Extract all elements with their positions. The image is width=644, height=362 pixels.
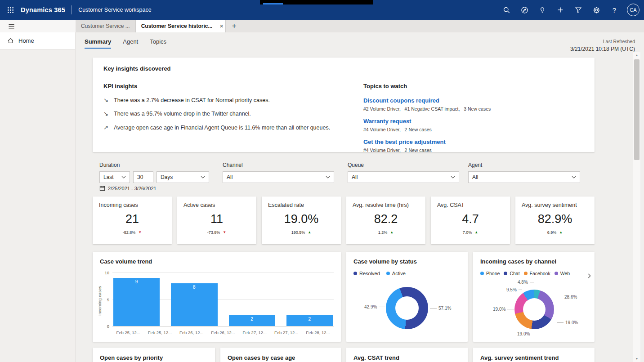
trend-down-icon: ▼ (138, 231, 142, 234)
donut-callout: 4.8% (518, 280, 534, 285)
duration-label: Duration (99, 162, 209, 168)
legend-item-web[interactable]: Web (555, 271, 570, 276)
dropdown-value: Days (161, 174, 173, 180)
trend-up-icon: ▲ (390, 231, 394, 234)
legend-item-resolved[interactable]: Resolved (353, 271, 380, 276)
sidebar-item-label: Home (18, 37, 34, 44)
date-range-text: 2/25/2021 - 3/26/2021 (108, 186, 157, 191)
bar[interactable]: 2 (229, 315, 275, 326)
kpi-card-avg-resolve-time: Avg. resolve time (hrs) 82.2 1.2%▲ (346, 197, 425, 244)
topic-link[interactable]: Discount coupons required (363, 97, 491, 104)
donut-callout: 19.0% (517, 331, 530, 336)
bar[interactable]: 2 (286, 315, 333, 326)
y-axis-title: Incoming cases (97, 286, 102, 316)
kpi-delta-value: 190.5% (291, 230, 305, 235)
channel-dropdown[interactable]: All (223, 171, 334, 183)
incoming-cases-by-channel-chart: Incoming cases by channel Phone Chat Fac… (473, 252, 595, 342)
close-icon[interactable]: × (219, 23, 223, 29)
kpi-delta: -73.8%▼ (177, 230, 256, 235)
kpi-card-avg-survey-sentiment: Avg. survey sentiment 82.9% 6.9%▲ (515, 197, 595, 244)
status-donut[interactable] (386, 287, 428, 329)
legend-item-phone[interactable]: Phone (480, 271, 500, 276)
callout-label: 19.0% (565, 320, 578, 325)
dropdown-value: All (472, 174, 478, 180)
last-refreshed: Last Refreshed 3/21/2021 10:18 PM (UTC) (570, 39, 635, 52)
tab-agent[interactable]: Agent (123, 38, 138, 49)
kpi-insight-item: ↗ Average open case age in Financial Age… (103, 125, 349, 131)
duration-unit-dropdown[interactable]: Days (157, 171, 209, 183)
x-tick: Feb 26, 12... (207, 330, 239, 335)
dropdown-value: All (352, 174, 358, 180)
kpi-value: 21 (93, 212, 172, 226)
tab-customer-service-historical[interactable]: Customer Service historic... × (136, 20, 226, 32)
bar[interactable]: 8 (171, 283, 217, 326)
duration-count-input[interactable]: 30 (133, 171, 153, 183)
duration-mode-dropdown[interactable]: Last (99, 171, 130, 183)
topic-item: Discount coupons required #2 Volume Driv… (363, 97, 491, 112)
search-button[interactable] (498, 2, 514, 18)
sidebar-item-home[interactable]: Home (0, 32, 75, 49)
hamburger-icon (8, 23, 15, 30)
callout-label: 19.0% (493, 307, 505, 312)
queue-dropdown[interactable]: All (348, 171, 459, 183)
bar-value-label: 2 (229, 317, 275, 322)
agent-label: Agent (468, 162, 580, 168)
filter-button[interactable] (570, 2, 586, 18)
topic-link[interactable]: Get the best price adjustment (363, 139, 491, 145)
topic-link[interactable]: Warranty request (363, 118, 491, 125)
trend-up-icon: ▲ (559, 231, 563, 234)
trend-up-icon: ▲ (474, 231, 478, 234)
callout-line (379, 307, 385, 307)
lightbulb-icon (539, 6, 546, 13)
vertical-scrollbar[interactable]: ▲ ▼ (633, 52, 640, 362)
screen-artifact (260, 0, 373, 4)
gear-icon (593, 6, 600, 14)
scroll-up-button[interactable]: ▲ (633, 52, 640, 58)
help-button[interactable]: ? (606, 2, 622, 18)
bar[interactable]: 9 (113, 278, 160, 326)
add-button[interactable] (552, 2, 568, 18)
x-axis-labels: Feb 25, 12... Feb 25, 12... Feb 26, 12..… (112, 330, 334, 335)
bar-plot-area: 10 5 0 9 8 2 2 (112, 273, 334, 326)
scrollbar-thumb[interactable] (634, 59, 640, 160)
tab-customer-service[interactable]: Customer Service ... (76, 20, 136, 32)
donut-callout: 19.0% (493, 307, 514, 312)
kpi-delta-value: 1.2% (378, 230, 388, 235)
topic-meta: #4 Volume Driver, 2 New cases (363, 147, 491, 153)
scroll-down-button[interactable]: ▼ (633, 355, 640, 362)
legend-item-chat[interactable]: Chat (504, 271, 519, 276)
tabstrip-left (0, 20, 76, 32)
callout-label: 4.8% (518, 280, 528, 285)
legend-dot (504, 272, 507, 275)
legend-scroll-button[interactable] (588, 273, 591, 278)
kpi-value: 4.7 (431, 212, 510, 226)
topic-item: Warranty request #4 Volume Driver, 2 New… (363, 118, 491, 132)
chart-title: Open cases by priority (93, 348, 215, 361)
home-icon (7, 37, 14, 44)
tab-topics[interactable]: Topics (150, 38, 166, 49)
brand-title[interactable]: Dynamics 365 (21, 6, 65, 13)
settings-button[interactable] (588, 2, 604, 18)
donut-callout: 28.6% (556, 295, 577, 299)
app-name[interactable]: Customer Service workspace (78, 7, 152, 13)
kpi-insight-text: There was a 95.7% volume drop in the Twi… (114, 111, 251, 117)
agent-dropdown[interactable]: All (468, 171, 580, 183)
chart-title: Open cases by case age (220, 348, 341, 361)
kpi-delta: 6.9%▲ (515, 230, 595, 235)
legend-item-facebook[interactable]: Facebook (524, 271, 550, 276)
avatar[interactable]: CA (627, 4, 640, 16)
question-icon: ? (613, 6, 616, 14)
insights-button[interactable] (534, 2, 550, 18)
tab-label: Customer Service historic... (141, 23, 213, 29)
topic-item: Get the best price adjustment #4 Volume … (363, 139, 491, 153)
guidance-button[interactable] (516, 2, 532, 18)
channel-donut[interactable] (514, 290, 554, 329)
calendar-icon (99, 185, 105, 191)
tab-summary[interactable]: Summary (85, 38, 111, 49)
legend-item-active[interactable]: Active (386, 271, 406, 276)
hamburger-button[interactable] (5, 20, 17, 32)
new-tab-button[interactable]: + (226, 20, 243, 32)
date-range: 2/25/2021 - 3/26/2021 (99, 185, 157, 191)
key-insights-title: Key insights discovered (103, 65, 584, 72)
waffle-menu-button[interactable] (0, 0, 21, 20)
